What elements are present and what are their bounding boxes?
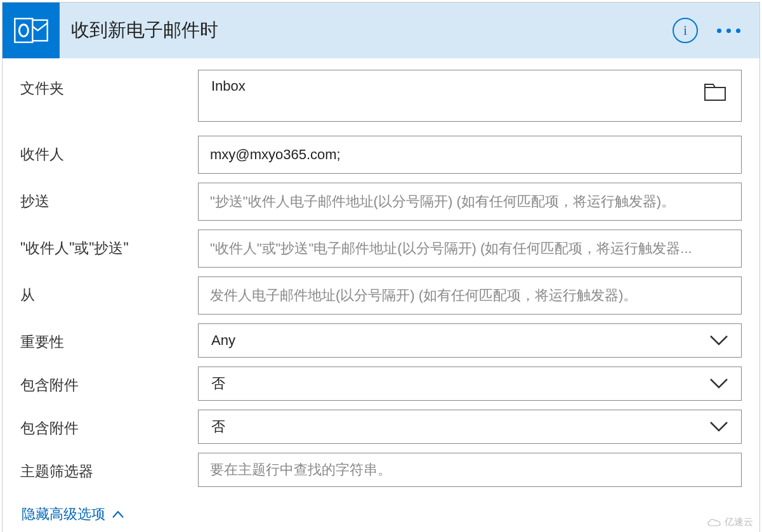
subject-filter-placeholder: 要在主题行中查找的字符串。 (210, 460, 391, 479)
card-header: 收到新电子邮件时 i (3, 3, 759, 58)
row-folder: 文件夹 Inbox (20, 70, 742, 122)
row-cc: 抄送 "抄送"收件人电子邮件地址(以分号隔开) (如有任何匹配项，将运行触发器)… (20, 183, 742, 221)
chevron-down-icon (709, 421, 728, 432)
subject-filter-input[interactable]: 要在主题行中查找的字符串。 (198, 453, 742, 487)
toggle-label: 隐藏高级选项 (22, 505, 105, 524)
watermark-text: 亿速云 (725, 516, 753, 528)
info-button[interactable]: i (673, 18, 698, 43)
watermark: 亿速云 (707, 516, 753, 528)
header-actions: i (673, 18, 759, 43)
hide-advanced-toggle[interactable]: 隐藏高级选项 (22, 505, 742, 524)
label-subject-filter: 主题筛选器 (20, 453, 198, 481)
chevron-up-icon (112, 510, 124, 519)
from-input[interactable]: 发件人电子邮件地址(以分号隔开) (如有任何匹配项，将运行触发器)。 (198, 276, 742, 315)
card-body: 文件夹 Inbox 收件人 mxy@mxyo365.com; 抄送 (3, 58, 759, 532)
to-or-cc-placeholder: "收件人"或"抄送"电子邮件地址(以分号隔开) (如有任何匹配项，将运行触发器.… (210, 239, 692, 258)
has-attachment-2-select[interactable]: 否 (198, 410, 742, 444)
importance-select[interactable]: Any (198, 323, 742, 358)
importance-value: Any (211, 332, 235, 349)
folder-icon (704, 83, 726, 101)
label-to: 收件人 (20, 136, 198, 164)
row-to: 收件人 mxy@mxyo365.com; (20, 136, 742, 174)
folder-picker[interactable]: Inbox (198, 70, 742, 122)
to-or-cc-input[interactable]: "收件人"或"抄送"电子邮件地址(以分号隔开) (如有任何匹配项，将运行触发器.… (198, 230, 742, 268)
from-placeholder: 发件人电子邮件地址(以分号隔开) (如有任何匹配项，将运行触发器)。 (210, 286, 637, 305)
has-attachment-1-value: 否 (211, 374, 225, 393)
trigger-card: 收到新电子邮件时 i 文件夹 Inbox (2, 2, 760, 532)
svg-rect-1 (15, 18, 32, 42)
cloud-icon (707, 517, 722, 528)
label-to-or-cc: "收件人"或"抄送" (20, 230, 198, 258)
row-from: 从 发件人电子邮件地址(以分号隔开) (如有任何匹配项，将运行触发器)。 (20, 276, 742, 315)
to-input[interactable]: mxy@mxyo365.com; (198, 136, 742, 174)
label-has-attachment-1: 包含附件 (20, 367, 198, 395)
row-to-or-cc: "收件人"或"抄送" "收件人"或"抄送"电子邮件地址(以分号隔开) (如有任何… (20, 230, 742, 268)
cc-input[interactable]: "抄送"收件人电子邮件地址(以分号隔开) (如有任何匹配项，将运行触发器)。 (198, 183, 742, 221)
has-attachment-2-value: 否 (211, 417, 225, 436)
chevron-down-icon (709, 335, 728, 346)
row-subject-filter: 主题筛选器 要在主题行中查找的字符串。 (20, 453, 742, 487)
label-from: 从 (20, 276, 198, 305)
to-value: mxy@mxyo365.com; (210, 146, 341, 163)
has-attachment-1-select[interactable]: 否 (198, 367, 742, 401)
row-has-attachment-1: 包含附件 否 (20, 367, 742, 401)
label-cc: 抄送 (20, 183, 198, 211)
cc-placeholder: "抄送"收件人电子邮件地址(以分号隔开) (如有任何匹配项，将运行触发器)。 (210, 192, 675, 211)
label-importance: 重要性 (20, 323, 198, 352)
info-icon: i (683, 22, 687, 39)
chevron-down-icon (709, 378, 728, 389)
outlook-logo (3, 3, 60, 58)
more-menu-button[interactable] (717, 29, 740, 33)
folder-value: Inbox (211, 78, 246, 94)
row-has-attachment-2: 包含附件 否 (20, 410, 742, 444)
outlook-icon (13, 13, 49, 48)
label-has-attachment-2: 包含附件 (20, 410, 198, 438)
row-importance: 重要性 Any (20, 323, 742, 358)
label-folder: 文件夹 (20, 70, 198, 98)
card-title: 收到新电子邮件时 (60, 18, 673, 43)
svg-rect-3 (705, 88, 725, 100)
